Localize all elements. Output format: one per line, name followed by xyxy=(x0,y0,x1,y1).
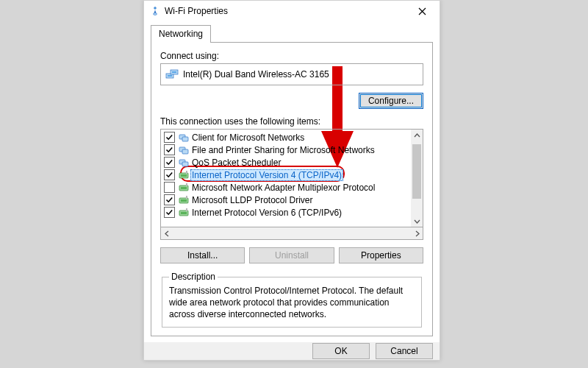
svg-rect-20 xyxy=(186,196,187,199)
wifi-adapter-icon xyxy=(150,6,160,16)
titlebar: Wi-Fi Properties xyxy=(144,1,440,21)
tab-strip: Networking xyxy=(151,25,433,43)
vertical-scrollbar[interactable] xyxy=(411,130,423,227)
checkbox[interactable] xyxy=(164,132,175,143)
close-button[interactable] xyxy=(406,1,438,21)
cancel-button[interactable]: Cancel xyxy=(376,343,433,359)
description-groupbox: Description Transmission Control Protoco… xyxy=(162,272,422,328)
window-title: Wi-Fi Properties xyxy=(165,6,406,16)
dialog-body: Networking Connect using: Intel(R) Dual … xyxy=(144,21,440,342)
description-text: Transmission Control Protocol/Internet P… xyxy=(169,285,415,321)
scroll-left-icon[interactable] xyxy=(161,227,173,239)
list-item-label: Internet Protocol Version 6 (TCP/IPv6) xyxy=(190,208,343,218)
checkbox[interactable] xyxy=(164,194,175,205)
list-item[interactable]: Internet Protocol Version 4 (TCP/IPv4) xyxy=(164,169,411,181)
dialog-footer: OK Cancel xyxy=(144,342,440,360)
svg-rect-22 xyxy=(181,212,187,214)
component-buttons: Install... Uninstall Properties xyxy=(160,247,423,263)
svg-rect-16 xyxy=(181,187,187,189)
protocol-icon xyxy=(178,169,190,181)
adapter-name: Intel(R) Dual Band Wireless-AC 3165 xyxy=(183,69,329,79)
svg-rect-17 xyxy=(186,183,187,186)
install-button[interactable]: Install... xyxy=(160,247,245,263)
networking-panel: Connect using: Intel(R) Dual Band Wirele… xyxy=(151,42,433,336)
uninstall-button: Uninstall xyxy=(249,247,334,263)
list-item[interactable]: Internet Protocol Version 6 (TCP/IPv6) xyxy=(164,206,411,219)
protocol-icon xyxy=(178,182,190,194)
svg-rect-11 xyxy=(182,162,188,166)
scroll-down-icon[interactable] xyxy=(411,215,423,227)
svg-rect-7 xyxy=(182,137,188,141)
svg-rect-19 xyxy=(181,199,187,202)
connect-using-label: Connect using: xyxy=(160,51,423,61)
protocol-icon xyxy=(178,194,190,206)
wifi-properties-dialog: Wi-Fi Properties Networking Connect usin… xyxy=(143,0,440,361)
list-item[interactable]: Microsoft Network Adapter Multiplexor Pr… xyxy=(164,181,411,194)
list-item[interactable]: Client for Microsoft Networks xyxy=(164,131,411,144)
client-icon xyxy=(178,132,190,144)
list-item-label: File and Printer Sharing for Microsoft N… xyxy=(190,145,376,155)
client-icon xyxy=(178,157,190,169)
list-item-label: QoS Packet Scheduler xyxy=(190,158,282,168)
svg-rect-5 xyxy=(172,71,176,73)
scroll-right-icon[interactable] xyxy=(411,227,423,239)
client-icon xyxy=(178,144,190,156)
adapter-display: Intel(R) Dual Band Wireless-AC 3165 xyxy=(160,63,423,85)
checkbox[interactable] xyxy=(164,157,175,168)
components-listbox[interactable]: Client for Microsoft NetworksFile and Pr… xyxy=(160,129,423,227)
horizontal-scrollbar[interactable] xyxy=(160,227,423,240)
items-label: This connection uses the following items… xyxy=(160,116,423,127)
list-item-label: Microsoft LLDP Protocol Driver xyxy=(190,195,315,205)
list-item[interactable]: File and Printer Sharing for Microsoft N… xyxy=(164,144,411,156)
description-legend: Description xyxy=(169,272,218,282)
svg-point-0 xyxy=(154,13,157,15)
checkbox[interactable] xyxy=(164,144,175,155)
svg-point-1 xyxy=(154,7,157,10)
svg-rect-9 xyxy=(182,149,188,154)
ok-button[interactable]: OK xyxy=(312,343,370,359)
svg-rect-13 xyxy=(181,174,187,177)
configure-row: Configure... xyxy=(160,93,423,109)
protocol-icon xyxy=(178,207,190,219)
checkbox[interactable] xyxy=(164,182,175,193)
svg-rect-4 xyxy=(168,75,172,77)
scroll-thumb[interactable] xyxy=(412,144,421,199)
checkbox[interactable] xyxy=(164,169,175,180)
nic-icon xyxy=(165,69,179,79)
screenshot-stage: Wi-Fi Properties Networking Connect usin… xyxy=(0,0,588,368)
configure-button[interactable]: Configure... xyxy=(359,93,423,109)
svg-rect-14 xyxy=(186,171,187,174)
tab-networking[interactable]: Networking xyxy=(151,25,211,43)
properties-button[interactable]: Properties xyxy=(339,247,423,263)
list-item[interactable]: Microsoft LLDP Protocol Driver xyxy=(164,194,411,206)
list-item[interactable]: QoS Packet Scheduler xyxy=(164,156,411,169)
list-item-label: Client for Microsoft Networks xyxy=(190,132,306,143)
checkbox[interactable] xyxy=(164,207,175,218)
list-item-label: Internet Protocol Version 4 (TCP/IPv4) xyxy=(190,169,343,181)
svg-rect-23 xyxy=(186,208,187,211)
list-item-label: Microsoft Network Adapter Multiplexor Pr… xyxy=(190,183,376,193)
scroll-up-icon[interactable] xyxy=(411,130,423,141)
